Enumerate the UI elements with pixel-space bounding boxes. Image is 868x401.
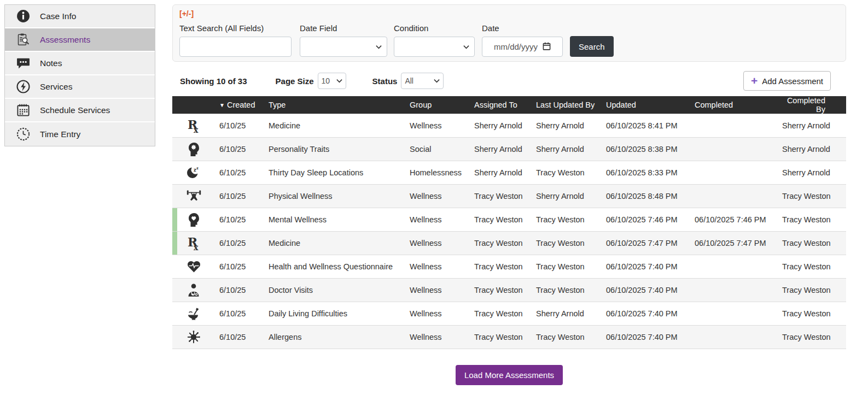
table-row[interactable]: 6/10/25Doctor VisitsWellnessTracy Weston…	[172, 279, 846, 302]
cell-completed-by: Tracy Weston	[778, 185, 846, 208]
sidebar-item-time-entry[interactable]: Time Entry	[5, 122, 155, 146]
cell-type: Health and Wellness Questionnaire	[264, 255, 405, 279]
allergens-icon	[172, 326, 215, 349]
cell-completed: 06/10/2025 7:47 PM	[690, 232, 778, 255]
column-header-completed[interactable]: Completed	[690, 96, 778, 114]
assessments-icon	[16, 32, 31, 47]
notes-icon	[16, 56, 31, 70]
sidebar-item-label: Assessments	[40, 35, 90, 45]
sidebar-item-schedule-services[interactable]: Schedule Services	[5, 99, 155, 122]
showing-count: Showing 10 of 33	[180, 76, 247, 86]
sidebar-item-label: Time Entry	[40, 129, 80, 139]
cell-completed-by: Sherry Arnold	[778, 138, 846, 161]
cell-completed	[690, 185, 778, 208]
cell-assigned-to: Sherry Arnold	[470, 161, 532, 185]
table-row[interactable]: Rx6/10/25MedicineWellnessSherry ArnoldSh…	[172, 114, 846, 138]
date-field-select[interactable]	[300, 37, 387, 57]
cell-updated: 06/10/2025 8:41 PM	[602, 114, 690, 138]
cell-last-updated-by: Sherry Arnold	[532, 138, 602, 161]
cell-updated: 06/10/2025 8:33 PM	[602, 161, 690, 185]
table-row[interactable]: 6/10/25Health and Wellness Questionnaire…	[172, 255, 846, 279]
cell-type: Doctor Visits	[264, 279, 405, 302]
cell-completed-by: Tracy Weston	[778, 232, 846, 255]
cell-group: Wellness	[405, 232, 470, 255]
date-input[interactable]: mm/dd/yyyy	[482, 37, 563, 57]
column-header-type[interactable]: Type	[264, 96, 405, 114]
cell-completed-by: Tracy Weston	[778, 208, 846, 232]
cell-assigned-to: Tracy Weston	[470, 255, 532, 279]
cell-last-updated-by: Sherry Arnold	[532, 302, 602, 326]
cell-type: Medicine	[264, 232, 405, 255]
cell-group: Wellness	[405, 208, 470, 232]
schedule-icon	[16, 103, 31, 117]
doctor-icon	[172, 279, 215, 302]
table-row[interactable]: 6/10/25AllergensWellnessTracy WestonTrac…	[172, 326, 846, 349]
sidebar-item-assessments[interactable]: Assessments	[5, 28, 155, 52]
status-select[interactable]: All	[401, 73, 444, 89]
cell-type: Mental Wellness	[264, 208, 405, 232]
cell-type: Personality Traits	[264, 138, 405, 161]
column-header-assigned-to[interactable]: Assigned To	[470, 96, 532, 114]
cell-group: Wellness	[405, 185, 470, 208]
cell-last-updated-by: Tracy Weston	[532, 279, 602, 302]
cell-updated: 06/10/2025 8:38 PM	[602, 138, 690, 161]
text-search-input[interactable]	[179, 37, 292, 57]
search-button[interactable]: Search	[570, 36, 614, 57]
column-header-updated[interactable]: Updated	[602, 96, 690, 114]
sidebar-item-case-info[interactable]: Case Info	[5, 5, 155, 28]
column-header-icon	[172, 96, 215, 114]
add-assessment-button[interactable]: + Add Assessment	[743, 71, 831, 91]
text-search-field: Text Search (All Fields)	[179, 23, 292, 57]
sidebar: Case InfoAssessmentsNotesServicesSchedul…	[4, 4, 155, 146]
svg-text:x: x	[194, 126, 199, 133]
condition-select[interactable]	[394, 37, 475, 57]
footer: Load More Assessments	[172, 365, 846, 385]
cell-completed	[690, 326, 778, 349]
toolbar: Showing 10 of 33 Page Size 10 Status All…	[172, 70, 846, 91]
cell-type: Physical Wellness	[264, 185, 405, 208]
column-header-last-updated-by[interactable]: Last Updated By	[532, 96, 602, 114]
sort-desc-icon: ▼	[219, 102, 225, 108]
mental-wellness-icon	[172, 208, 215, 232]
cell-last-updated-by: Tracy Weston	[532, 255, 602, 279]
cell-group: Social	[405, 138, 470, 161]
cell-completed-by: Sherry Arnold	[778, 114, 846, 138]
table-row[interactable]: 6/10/25Mental WellnessWellnessTracy West…	[172, 208, 846, 232]
cell-last-updated-by: Sherry Arnold	[532, 114, 602, 138]
sidebar-item-notes[interactable]: Notes	[5, 52, 155, 75]
cell-updated: 06/10/2025 7:40 PM	[602, 279, 690, 302]
load-more-button[interactable]: Load More Assessments	[456, 365, 563, 385]
date-field: Date mm/dd/yyyy	[482, 23, 563, 57]
filter-collapse-toggle[interactable]: [+/-]	[179, 9, 839, 18]
filter-panel: [+/-] Text Search (All Fields) Date Fiel…	[172, 4, 846, 62]
cell-updated: 06/10/2025 7:40 PM	[602, 302, 690, 326]
cell-last-updated-by: Tracy Weston	[532, 161, 602, 185]
rx-icon: Rx	[172, 114, 215, 138]
column-header-created[interactable]: ▼Created	[215, 96, 264, 114]
chevron-down-icon	[376, 45, 382, 49]
cell-created: 6/10/25	[215, 302, 264, 326]
cell-assigned-to: Tracy Weston	[470, 232, 532, 255]
page-size-select[interactable]: 10	[318, 73, 346, 89]
column-header-completed-by[interactable]: Completed By	[778, 96, 846, 114]
cell-group: Wellness	[405, 255, 470, 279]
chevron-down-icon	[434, 79, 440, 83]
text-search-label: Text Search (All Fields)	[179, 23, 292, 33]
sidebar-item-label: Case Info	[40, 11, 76, 21]
cell-type: Daily Living Difficulties	[264, 302, 405, 326]
sidebar-item-label: Schedule Services	[40, 105, 110, 115]
cell-created: 6/10/25	[215, 255, 264, 279]
cell-last-updated-by: Tracy Weston	[532, 326, 602, 349]
cell-group: Wellness	[405, 279, 470, 302]
main-content: [+/-] Text Search (All Fields) Date Fiel…	[172, 4, 846, 385]
table-row[interactable]: Rx6/10/25MedicineWellnessTracy WestonTra…	[172, 232, 846, 255]
table-row[interactable]: 6/10/25Daily Living DifficultiesWellness…	[172, 302, 846, 326]
table-row[interactable]: 6/10/25Personality TraitsSocialSherry Ar…	[172, 138, 846, 161]
table-row[interactable]: zz6/10/25Thirty Day Sleep LocationsHomel…	[172, 161, 846, 185]
status-value: All	[405, 76, 430, 85]
sidebar-item-services[interactable]: Services	[5, 75, 155, 99]
column-header-group[interactable]: Group	[405, 96, 470, 114]
personality-traits-icon	[172, 138, 215, 161]
page-size-value: 10	[322, 76, 333, 85]
table-row[interactable]: 6/10/25Physical WellnessWellnessTracy We…	[172, 185, 846, 208]
